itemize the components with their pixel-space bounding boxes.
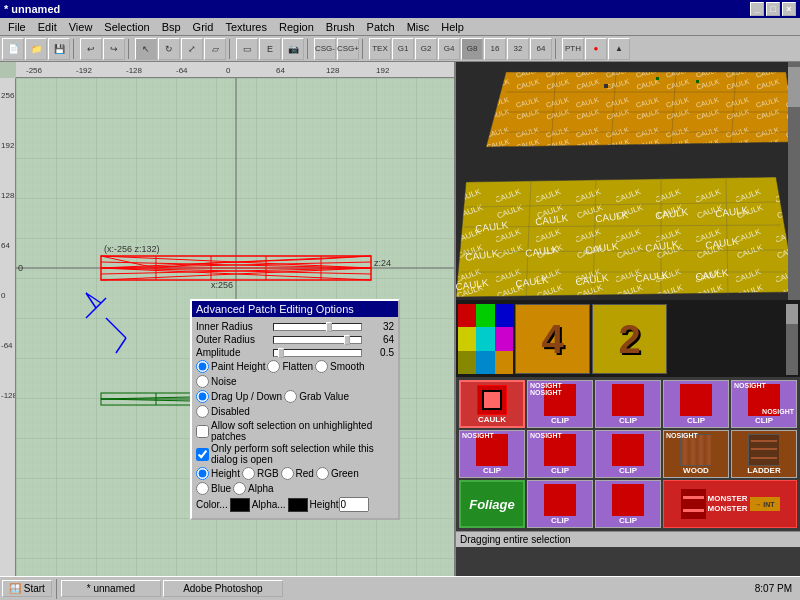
minimize-button[interactable]: _	[750, 2, 764, 16]
tex-caulk[interactable]: CAULK	[459, 380, 525, 428]
inner-radius-slider[interactable]	[273, 323, 362, 331]
radio-paint-height[interactable]: Paint Height	[196, 360, 265, 373]
dialog-titlebar[interactable]: Advanced Patch Editing Options	[192, 301, 398, 317]
tex-clip-7[interactable]: CLIP	[595, 430, 661, 478]
tb-grid16[interactable]: 16	[484, 38, 506, 60]
amplitude-slider[interactable]	[273, 349, 362, 357]
close-button[interactable]: ×	[782, 2, 796, 16]
radio-alpha[interactable]: Alpha	[233, 482, 274, 495]
tex-clip-2[interactable]: CLIP	[595, 380, 661, 428]
tb-grid64[interactable]: 64	[530, 38, 552, 60]
amplitude-label: Amplitude	[196, 347, 271, 358]
radio-blue[interactable]: Blue	[196, 482, 231, 495]
menu-textures[interactable]: Textures	[219, 20, 273, 34]
radio-flatten[interactable]: Flatten	[267, 360, 313, 373]
clip2-label: CLIP	[619, 416, 637, 425]
height-input[interactable]	[339, 497, 369, 512]
tb-grid4[interactable]: G4	[438, 38, 460, 60]
menu-bsp[interactable]: Bsp	[156, 20, 187, 34]
tex-preview-4[interactable]: 4	[515, 304, 590, 374]
color-grid	[458, 304, 513, 374]
outer-radius-thumb[interactable]	[344, 335, 350, 345]
radio-smooth[interactable]: Smooth	[315, 360, 364, 373]
chk-soft-selection[interactable]	[196, 448, 209, 461]
tex-wood[interactable]: NOSIGHT WOOD	[663, 430, 729, 478]
tb-csg-add[interactable]: CSG+	[337, 38, 359, 60]
color-blue	[495, 304, 513, 327]
menu-misc[interactable]: Misc	[401, 20, 436, 34]
chk-unhighlighted[interactable]	[196, 425, 209, 438]
tb-entity[interactable]: E	[259, 38, 281, 60]
start-button[interactable]: 🪟 Start	[2, 580, 52, 597]
dialog-content: Inner Radius 32 Outer Radius 64 Ampl	[192, 317, 398, 518]
tb-misc1[interactable]: ●	[585, 38, 607, 60]
tb-misc2[interactable]: ▲	[608, 38, 630, 60]
menu-selection[interactable]: Selection	[98, 20, 155, 34]
tex-clip-8[interactable]: CLIP	[527, 480, 593, 528]
tex-clip-6[interactable]: NOSIGHT CLIP	[527, 430, 593, 478]
menu-grid[interactable]: Grid	[187, 20, 220, 34]
radio-rgb[interactable]: RGB	[242, 467, 279, 480]
tex-clip-5[interactable]: NOSIGHT CLIP	[459, 430, 525, 478]
menu-file[interactable]: File	[2, 20, 32, 34]
amplitude-thumb[interactable]	[278, 348, 284, 358]
tex-preview-thumb[interactable]	[786, 304, 798, 324]
tb-redo[interactable]: ↪	[103, 38, 125, 60]
tex-clip-4[interactable]: NOSIGHT NOSIGHT CLIP	[731, 380, 797, 428]
taskbar-unnamed[interactable]: * unnamed	[61, 580, 161, 597]
checkbox-unhighlighted[interactable]: Allow soft selection on unhighlighted pa…	[196, 420, 394, 442]
radio-disabled[interactable]: Disabled	[196, 405, 250, 418]
tb-grid32[interactable]: 32	[507, 38, 529, 60]
maximize-button[interactable]: □	[766, 2, 780, 16]
dragging-text: Dragging entire selection	[460, 534, 571, 545]
taskbar-photoshop[interactable]: Adobe Photoshop	[163, 580, 283, 597]
menu-patch[interactable]: Patch	[361, 20, 401, 34]
tb-textures[interactable]: TEX	[369, 38, 391, 60]
menu-edit[interactable]: Edit	[32, 20, 63, 34]
tex-foliage[interactable]: Foliage	[459, 480, 525, 528]
alpha-swatch[interactable]	[288, 498, 308, 512]
tb-patch[interactable]: PTH	[562, 38, 584, 60]
tex-preview-scrollbar[interactable]	[786, 304, 798, 375]
radio-drag-up-down[interactable]: Drag Up / Down	[196, 390, 282, 403]
3d-scrollbar[interactable]	[788, 62, 800, 300]
tex-clip-1[interactable]: NOSIGHTNOSIGHT CLIP	[527, 380, 593, 428]
tb-rotate[interactable]: ↻	[158, 38, 180, 60]
menu-region[interactable]: Region	[273, 20, 320, 34]
tb-select[interactable]: ↖	[135, 38, 157, 60]
tex-monster[interactable]: MONSTERMONSTER → INT	[663, 480, 797, 528]
tb-grid2[interactable]: G2	[415, 38, 437, 60]
tb-new[interactable]: 📄	[2, 38, 24, 60]
tex-preview-2[interactable]: 2	[592, 304, 667, 374]
tex-clip-3[interactable]: CLIP	[663, 380, 729, 428]
tb-grid1[interactable]: G1	[392, 38, 414, 60]
tb-open[interactable]: 📁	[25, 38, 47, 60]
svg-text:-256: -256	[26, 66, 43, 75]
3d-view[interactable]: CAULK CAULK CAULK CAULK	[456, 62, 800, 302]
3d-scrollbar-thumb[interactable]	[788, 67, 800, 107]
tex-clip-9[interactable]: CLIP	[595, 480, 661, 528]
tb-shear[interactable]: ▱	[204, 38, 226, 60]
checkbox-soft-selection[interactable]: Only perform soft selection while this d…	[196, 443, 394, 465]
tb-scale[interactable]: ⤢	[181, 38, 203, 60]
color-swatch[interactable]	[230, 498, 250, 512]
menu-brush[interactable]: Brush	[320, 20, 361, 34]
tb-undo[interactable]: ↩	[80, 38, 102, 60]
menu-view[interactable]: View	[63, 20, 99, 34]
tb-camera[interactable]: 📷	[282, 38, 304, 60]
paint-radio-group: Paint Height Flatten Smooth Noise	[196, 360, 394, 388]
radio-height[interactable]: Height	[196, 467, 240, 480]
tb-csg-sub[interactable]: CSG-	[314, 38, 336, 60]
radio-noise[interactable]: Noise	[196, 375, 237, 388]
radio-grab-value[interactable]: Grab Value	[284, 390, 349, 403]
outer-radius-slider[interactable]	[273, 336, 362, 344]
tb-save[interactable]: 💾	[48, 38, 70, 60]
radio-red[interactable]: Red	[281, 467, 314, 480]
tb-brush[interactable]: ▭	[236, 38, 258, 60]
menu-help[interactable]: Help	[435, 20, 470, 34]
radio-green[interactable]: Green	[316, 467, 359, 480]
tb-grid8[interactable]: G8	[461, 38, 483, 60]
color-cyan	[476, 327, 494, 350]
tex-ladder[interactable]: LADDER	[731, 430, 797, 478]
inner-radius-thumb[interactable]	[326, 322, 332, 332]
